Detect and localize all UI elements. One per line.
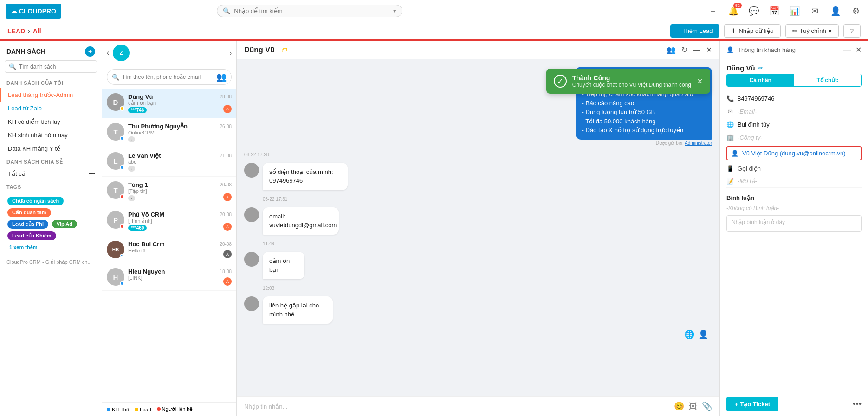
chat-search-input[interactable] <box>122 74 214 80</box>
info-section: 📞 84974969746 ✉ -Email- 🌐 Bui đình túy 🏢… <box>720 90 868 190</box>
tag-lead-khiem[interactable]: Lead của Khiêm <box>7 231 56 240</box>
refresh-icon[interactable]: ↻ <box>681 45 687 54</box>
avatar-hieu: H <box>107 268 124 286</box>
message-input[interactable] <box>244 403 669 410</box>
customize-button[interactable]: ✏ Tuỳ chỉnh ▾ <box>785 24 839 38</box>
search-bar[interactable]: 🔍 ▾ <box>217 5 402 17</box>
plus-icon[interactable]: ＋ <box>706 5 719 18</box>
chat-info: Tùng 1 20-08 [Tập tin] - <box>128 181 232 201</box>
message-bubble: liên hệ gặp lại cho mình nhé <box>263 296 333 324</box>
chat-info: Phú Võ CRM 20-08 [Hình ảnh] ***460 <box>128 211 232 231</box>
chevron-down-icon: ▾ <box>393 7 396 14</box>
chat-list: D Dũng Vũ 28-08 cảm ơn bạn ***746 A T <box>102 89 236 402</box>
tag-can-quan-tam[interactable]: Cần quan tâm <box>7 208 51 217</box>
chat-preview: [Hình ảnh] <box>128 218 232 224</box>
minimize-panel-icon[interactable]: — <box>843 45 851 54</box>
settings-icon[interactable]: ⚙ <box>849 5 862 18</box>
user-icon[interactable]: 👤 <box>829 5 842 18</box>
chat-item-phu-vo[interactable]: P Phú Võ CRM 20-08 [Hình ảnh] ***460 A <box>102 206 236 236</box>
sidebar-item-kh-diem[interactable]: KH có điểm tích lũy <box>0 115 102 128</box>
calendar-icon[interactable]: 📅 <box>768 5 781 18</box>
message-group: cảm ơn bạn <box>244 252 712 279</box>
search-input[interactable] <box>234 7 389 14</box>
chat-item-hieu[interactable]: H Hieu Nguyen 18-08 [LINK] A <box>102 263 236 291</box>
tab-ca-nhan[interactable]: Cá nhân <box>727 74 794 86</box>
add-list-button[interactable]: + <box>85 46 95 57</box>
panel-header-icon: 👤 <box>726 46 734 53</box>
show-more-tags[interactable]: 1 xem thêm <box>7 243 39 251</box>
top-nav: ☁ CLOUDPRO 🔍 ▾ ＋ 🔔 52 💬 📅 📊 ✉ 👤 ⚙ <box>0 0 868 22</box>
chart-icon[interactable]: 📊 <box>788 5 801 18</box>
group-icon[interactable]: 👥 <box>667 45 676 54</box>
mail-icon[interactable]: ✉ <box>809 5 822 18</box>
next-arrow-icon[interactable]: › <box>230 50 232 57</box>
left-sidebar: DANH SÁCH + 🔍 DANH SÁCH CỦA TÔI Lead thá… <box>0 41 102 416</box>
search-icon: 🔍 <box>112 74 119 81</box>
chat-item-dung-vu[interactable]: D Dũng Vũ 28-08 cảm ơn bạn ***746 A <box>102 89 236 118</box>
search-list-input[interactable] <box>19 64 93 70</box>
prev-arrow-icon[interactable]: ‹ <box>107 49 109 57</box>
options-icon[interactable]: ••• <box>89 170 95 177</box>
chat-item-thu-phuong[interactable]: T Thu Phương Nguyễn 26-08 OnlineCRM - <box>102 118 236 147</box>
sidebar-item-data-kh[interactable]: Data KH mảng Y tế <box>0 142 102 155</box>
company-row: 🏢 -Công ty- <box>726 131 862 144</box>
globe-icon[interactable]: 🌐 <box>684 329 694 339</box>
agent-avatar: A <box>223 223 232 231</box>
sidebar-title: DANH SÁCH <box>6 48 45 55</box>
image-icon[interactable]: 🖼 <box>689 402 697 411</box>
sidebar-item-tat-ca[interactable]: Tất cả ••• <box>0 167 102 180</box>
chat-item-hoc-bui[interactable]: HB Hoc Bui Crm 20-08 Hello t6 A <box>102 236 236 263</box>
chat-info: Lê Văn Việt 21-08 abc - <box>128 152 232 172</box>
user-avatar-icon[interactable]: 👤 <box>698 329 708 339</box>
sidebar-item-kh-sinh-nhat[interactable]: KH sinh nhật hôm nay <box>0 128 102 142</box>
chat-info: Hoc Bui Crm 20-08 Hello t6 <box>128 241 232 253</box>
bell-icon[interactable]: 🔔 52 <box>727 5 740 18</box>
desc-icon: 📝 <box>726 178 734 185</box>
emoji-icon[interactable]: 😊 <box>674 401 684 411</box>
chat-time: 26-08 <box>220 124 232 129</box>
chat-legend: KH Thô Lead Người liên hệ <box>102 402 236 416</box>
sent-by-link[interactable]: Administrator <box>685 141 712 146</box>
attachment-icon[interactable]: 📎 <box>702 401 712 411</box>
right-panel: 👤 Thông tin khách hàng — ✕ Dũng Vũ ✏ Cá … <box>719 41 868 416</box>
comment-input[interactable]: Nhập bình luận ở đây <box>726 215 862 232</box>
chat-panel-header: ‹ Z › <box>102 41 236 65</box>
tag-lead-phi[interactable]: Lead của Phi <box>7 220 48 229</box>
chat-search[interactable]: 🔍 👥 <box>107 69 232 85</box>
toast-message: Chuyển cuộc chat cho Vũ Việt Dũng thành … <box>572 82 691 88</box>
sidebar-item-lead-zalo[interactable]: Lead từ Zalo <box>0 102 102 115</box>
breadcrumb: LEAD › All <box>7 27 41 35</box>
add-lead-button[interactable]: + Thêm Lead <box>670 24 720 38</box>
chat-item-tung[interactable]: T Tùng 1 20-08 [Tập tin] - A <box>102 177 236 206</box>
tab-to-chuc[interactable]: Tổ chức <box>794 74 862 86</box>
chat-bubble-icon[interactable]: 💬 <box>747 5 760 18</box>
close-panel-icon[interactable]: ✕ <box>855 45 862 54</box>
chat-header-actions: 👥 ↻ — ✕ <box>667 45 712 54</box>
chat-item-le-van-viet[interactable]: L Lê Văn Việt 21-08 abc - <box>102 147 236 177</box>
message-time: 08-22 17:31 <box>244 197 287 202</box>
sidebar-item-lead-thang-truoc[interactable]: Lead tháng trước-Admin <box>0 88 102 102</box>
close-icon[interactable]: ✕ <box>706 45 712 54</box>
message-group: email: vuvietdungdl@gmail.com <box>244 207 712 235</box>
add-contact-icon[interactable]: 👥 <box>216 72 227 82</box>
create-ticket-button[interactable]: + Tạo Ticket <box>726 397 778 411</box>
breadcrumb-actions: + Thêm Lead ⬇ Nhập dữ liệu ✏ Tuỳ chỉnh ▾… <box>670 24 861 38</box>
assignee-row[interactable]: 👤 Vũ Việt Dũng (dung.vu@onlinecrm.vn) <box>726 146 862 160</box>
tag-chua-ngan-sach[interactable]: Chưa có ngân sách <box>7 197 64 205</box>
help-button[interactable]: ? <box>843 24 861 38</box>
main-layout: DANH SÁCH + 🔍 DANH SÁCH CỦA TÔI Lead thá… <box>0 41 868 416</box>
import-button[interactable]: ⬇ Nhập dữ liệu <box>724 24 780 38</box>
chat-name: Dũng Vũ <box>128 93 153 100</box>
search-list[interactable]: 🔍 <box>5 60 97 73</box>
more-options-icon[interactable]: ••• <box>853 399 862 409</box>
email-row: ✉ -Email- <box>726 105 862 118</box>
minimize-icon[interactable]: — <box>693 46 700 54</box>
toast-close-button[interactable]: ✕ <box>697 77 703 86</box>
message-bubble: email: vuvietdungdl@gmail.com <box>263 207 339 235</box>
message-footer-icons: 🌐 👤 <box>244 329 712 339</box>
edit-name-icon[interactable]: ✏ <box>758 64 763 71</box>
chat-name: Lê Văn Việt <box>128 152 161 159</box>
chat-preview: OnlineCRM <box>128 130 232 135</box>
tag-vip-ad[interactable]: Vip Ad <box>52 220 77 228</box>
call-row[interactable]: 📱 Gọi điện <box>726 162 862 175</box>
